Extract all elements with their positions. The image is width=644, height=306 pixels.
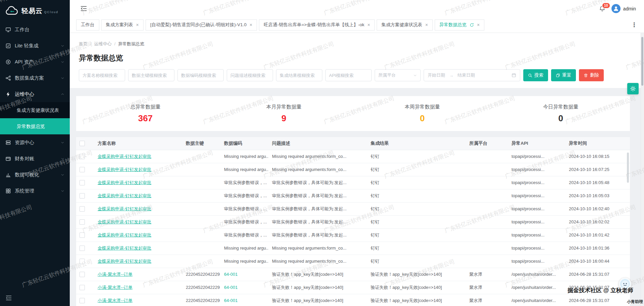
close-icon[interactable]: ×	[136, 23, 139, 27]
scheme-name-link[interactable]: 金蝶采购申请-钉钉发起审批	[98, 180, 151, 185]
data-code-link[interactable]: 64-001	[221, 268, 269, 281]
sidebar-item-label: 系统管理	[15, 188, 34, 194]
filter-input[interactable]	[128, 69, 174, 81]
row-checkbox[interactable]	[79, 193, 85, 199]
table-cell: Missing required argu...	[221, 150, 269, 163]
row-checkbox[interactable]	[79, 206, 85, 212]
page-scrollbar-thumb[interactable]	[641, 37, 643, 86]
close-icon[interactable]: ×	[250, 23, 252, 27]
scheme-name-link[interactable]: 金蝶采购申请-钉钉发起审批	[98, 206, 151, 211]
row-checkbox[interactable]	[79, 167, 85, 172]
row-checkbox[interactable]	[79, 232, 85, 238]
sidebar-item[interactable]: 运维中心	[0, 86, 70, 102]
table-cell: 审批实例参数错误，具体可能为:发起...	[269, 189, 367, 202]
table-cell	[182, 228, 221, 242]
scheme-name-link[interactable]: 金蝶采购申请-钉钉发起审批	[98, 219, 151, 224]
table-scrollbar-thumb[interactable]	[627, 152, 629, 183]
collapse-sidebar-icon[interactable]	[6, 295, 12, 301]
chevron-down-icon	[413, 74, 417, 77]
stat-value: 9	[215, 113, 353, 124]
sidebar-item[interactable]: 资源中心	[0, 134, 70, 150]
scheme-name-link[interactable]: 金蝶采购申请-钉钉发起审批	[98, 232, 151, 237]
close-icon[interactable]: ×	[477, 23, 480, 27]
notification-bell-icon[interactable]: 10	[599, 5, 605, 12]
delete-button[interactable]: 删除	[579, 69, 604, 81]
table-cell	[182, 255, 221, 268]
tab-item[interactable]: 旺店通-销售出库单=>金蝶-销售出库单【线上】-ok×	[259, 19, 375, 31]
table-cell	[182, 215, 221, 228]
sidebar-item[interactable]: 数据可视化	[0, 167, 70, 183]
brand-logo[interactable]: 轻易云 QCloud	[0, 0, 70, 21]
scheme-name-link[interactable]: 小满-聚水潭--订单	[98, 298, 132, 303]
tabs-more-icon[interactable]: ⋮	[627, 21, 641, 29]
refresh-icon[interactable]	[470, 23, 474, 27]
tab-label: 集成方案列表	[106, 22, 133, 28]
sidebar-item[interactable]: API 资产	[0, 54, 70, 70]
community-credit: 掘金技术社区 @ 立秋老师	[568, 287, 633, 294]
sidebar-item-label: Lite 轻集成	[15, 43, 39, 49]
filter-input[interactable]	[177, 69, 224, 81]
filter-input[interactable]	[325, 69, 372, 81]
settings-fab[interactable]	[627, 83, 639, 94]
filter-input[interactable]	[79, 69, 125, 81]
collapse-menu-icon[interactable]	[80, 6, 87, 11]
table-cell: Missing required argu...	[221, 163, 269, 176]
row-checkbox[interactable]	[79, 219, 85, 225]
scheme-name-link[interactable]: 金蝶采购申请-钉钉发起审批	[98, 154, 151, 159]
user-menu[interactable]: admin	[611, 4, 636, 13]
search-button[interactable]: 搜索	[523, 69, 548, 81]
sidebar-item[interactable]: Lite 轻集成	[0, 38, 70, 54]
row-checkbox[interactable]	[79, 272, 85, 277]
tab-item[interactable]: 集成方案列表×	[101, 19, 144, 31]
scheme-name-link[interactable]: 金蝶采购申请-钉钉发起审批	[98, 193, 151, 198]
table-cell: Missing required arguments:form_co...	[269, 163, 367, 176]
row-checkbox[interactable]	[79, 259, 85, 264]
sidebar-item[interactable]: 财务对账	[0, 150, 70, 167]
table-cell: Missing required arguments:form_co...	[269, 242, 367, 255]
delete-button-label: 删除	[590, 72, 599, 78]
tab-active[interactable]: 异常数据总览×	[435, 19, 484, 31]
scheme-name-link[interactable]: 金蝶采购申请-钉钉发起审批	[98, 167, 151, 172]
scheme-name-link[interactable]: 金蝶采购申请-钉钉发起审批	[98, 246, 151, 251]
reset-button-label: 重置	[562, 72, 571, 78]
sidebar-item[interactable]: 数据集成方案	[0, 70, 70, 86]
column-header: 问题描述	[269, 137, 367, 150]
tab-item[interactable]: 集成方案健康状况表×	[377, 19, 433, 31]
filter-input[interactable]	[276, 69, 322, 81]
sidebar-subitem[interactable]: 异常数据总览	[0, 118, 70, 134]
breadcrumb-item[interactable]: 运维中心	[94, 41, 112, 46]
data-code-link[interactable]: 64-001	[221, 281, 269, 294]
row-checkbox[interactable]	[79, 298, 85, 303]
row-checkbox-cell	[76, 268, 94, 281]
filter-input[interactable]	[227, 69, 273, 81]
platform-select[interactable]: 所属平台	[375, 69, 421, 81]
row-checkbox[interactable]	[79, 154, 85, 159]
row-checkbox[interactable]	[79, 180, 85, 185]
table-cell: 金蝶采购申请-钉钉发起审批	[94, 228, 182, 242]
scheme-name-link[interactable]: 金蝶采购申请-钉钉发起审批	[98, 259, 151, 264]
reset-button[interactable]: 重置	[551, 69, 576, 81]
data-code-link[interactable]: 64-001	[221, 294, 269, 306]
row-checkbox-cell	[76, 215, 94, 228]
scheme-name-link[interactable]: 小满-聚水潭--订单	[98, 272, 132, 277]
tab-item[interactable]: [自动爱梨]-销售退货同步(已确认-明细对接)-V1.0×	[146, 19, 257, 31]
brand-name: 轻易云	[21, 7, 43, 14]
breadcrumb-item[interactable]: 首页	[79, 41, 88, 46]
ops-center-icon	[5, 91, 11, 97]
table-row: 金蝶采购申请-钉钉发起审批审批实例参数错误，...审批实例参数错误，具体可能为:…	[76, 189, 630, 202]
reset-icon	[556, 73, 560, 78]
table-cell: 钉钉	[367, 255, 466, 268]
close-icon[interactable]: ×	[425, 23, 428, 27]
sidebar-subitem[interactable]: 集成方案健康状况表	[0, 102, 70, 118]
row-checkbox[interactable]	[79, 285, 85, 290]
table-cell	[182, 176, 221, 189]
table-cell	[466, 150, 508, 163]
close-icon[interactable]: ×	[367, 23, 370, 27]
date-range-picker[interactable]: 开始日期 → 结束日期	[424, 69, 520, 81]
scheme-name-link[interactable]: 小满-聚水潭--订单	[98, 285, 132, 290]
sidebar-item[interactable]: 系统管理	[0, 183, 70, 199]
sidebar-item[interactable]: 工作台	[0, 21, 70, 38]
tab-item[interactable]: 工作台	[76, 19, 99, 31]
row-checkbox[interactable]	[79, 246, 85, 251]
select-all-checkbox[interactable]	[79, 141, 85, 146]
